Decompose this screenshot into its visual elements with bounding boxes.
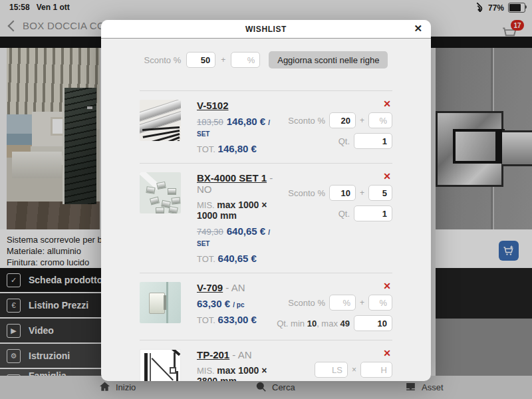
- product-code-line: BX-4000 SET 1 - NO: [197, 172, 274, 195]
- product-variant: - AN: [223, 282, 245, 293]
- quantity-label: Qt.: [338, 209, 350, 219]
- wishlist-row: V-5102183,50146,80 € / SETTOT. 146,80 €✕…: [140, 90, 392, 164]
- row-controls: ✕Sconto %+Qt. min 10, max 49: [274, 282, 392, 331]
- discount2-input[interactable]: [368, 185, 392, 201]
- product-code-link[interactable]: V-5102: [197, 100, 229, 111]
- product-code-line: TP-201 - AN: [197, 349, 274, 360]
- discount1-input[interactable]: [329, 185, 356, 201]
- mis-label: MIS.: [197, 366, 217, 376]
- product-thumbnail: [140, 349, 181, 381]
- global-discount-row: Sconto % + Aggiorna sconti nelle righe: [140, 51, 392, 68]
- row-discount-label: Sconto %: [288, 116, 325, 126]
- plus-separator: +: [360, 298, 364, 307]
- row-controls: ✕×Sconto %+Qt.: [274, 349, 392, 381]
- discount2-input[interactable]: [368, 112, 392, 128]
- product-code-link[interactable]: V-709: [197, 282, 223, 293]
- product-code-link[interactable]: TP-201: [197, 349, 229, 360]
- delete-item-icon[interactable]: ✕: [383, 172, 391, 180]
- price: 63,30 €: [197, 298, 233, 309]
- product-total-line: TOT. 640,65 €: [197, 253, 274, 264]
- wishlist-modal: WISHLIST ✕ Sconto % + Aggiorna sconti ne…: [101, 20, 431, 381]
- row-discount-label: Sconto %: [288, 298, 325, 308]
- times-separator: ×: [352, 365, 356, 374]
- total-label: TOT.: [197, 315, 218, 325]
- global-discount-label: Sconto %: [144, 55, 182, 65]
- update-discounts-button[interactable]: Aggiorna sconti nelle righe: [269, 51, 388, 68]
- product-price-line: 183,50146,80 € / SET: [197, 116, 274, 138]
- product-thumbnail: [140, 100, 181, 141]
- delete-item-icon[interactable]: ✕: [383, 100, 391, 108]
- discount1-input[interactable]: [329, 295, 356, 311]
- app-screen: 15:58 Ven 1 ott 77% BOX DOCCIA CON SISTE…: [0, 0, 532, 399]
- quantity-controls: Qt.: [338, 133, 392, 149]
- old-price: 183,50: [197, 117, 223, 127]
- delete-item-icon[interactable]: ✕: [383, 282, 391, 290]
- price: 146,80 €: [227, 116, 269, 127]
- global-discount-input[interactable]: [186, 52, 215, 68]
- plus-separator: +: [221, 55, 225, 65]
- plus-separator: +: [360, 116, 364, 125]
- row-controls: ✕Sconto %+Qt.: [274, 172, 392, 264]
- product-total-line: TOT. 633,00 €: [197, 314, 274, 325]
- plus-separator: +: [360, 188, 364, 198]
- product-info: TP-201 - ANMIS. max 1000 × 2800 mm740,00…: [181, 349, 274, 381]
- discount-controls: Sconto %+: [288, 112, 392, 128]
- quantity-controls: Qt.: [338, 205, 392, 221]
- product-total-line: TOT. 146,80 €: [197, 143, 274, 154]
- product-thumbnail: [140, 172, 181, 213]
- product-price-line: 749,30640,65 € / SET: [197, 225, 274, 248]
- discount-controls: Sconto %+: [288, 185, 392, 201]
- modal-title: WISHLIST: [245, 25, 287, 34]
- product-variant: - AN: [229, 349, 251, 360]
- total-label: TOT.: [197, 254, 218, 264]
- discount-controls: Sconto %+: [288, 295, 392, 311]
- product-info: V-5102183,50146,80 € / SETTOT. 146,80 €: [181, 100, 274, 154]
- quantity-input[interactable]: [354, 205, 392, 221]
- mis-label: MIS.: [197, 200, 217, 210]
- price-unit: / pc: [233, 301, 244, 309]
- total-label: TOT.: [197, 144, 218, 154]
- product-price-line: 63,30 € / pc: [197, 298, 274, 309]
- product-code-line: V-5102: [197, 100, 274, 111]
- delete-item-icon[interactable]: ✕: [383, 349, 391, 357]
- quantity-input[interactable]: [354, 315, 392, 331]
- discount2-input[interactable]: [368, 295, 392, 311]
- close-icon[interactable]: ✕: [414, 22, 422, 35]
- total-value: 633,00 €: [218, 314, 257, 325]
- modal-body: Sconto % + Aggiorna sconti nelle righe V…: [101, 39, 431, 381]
- quantity-input[interactable]: [354, 133, 392, 149]
- width-ls-input[interactable]: [315, 362, 348, 378]
- product-dimensions-line: MIS. max 1000 × 2800 mm: [197, 365, 274, 381]
- height-h-input[interactable]: [360, 362, 392, 378]
- total-value: 146,80 €: [218, 143, 257, 154]
- product-code-link[interactable]: BX-4000 SET 1: [197, 172, 267, 184]
- product-thumbnail: [140, 282, 181, 323]
- row-discount-label: Sconto %: [288, 188, 325, 198]
- dimensions-controls: ×: [315, 362, 392, 378]
- quantity-note: Qt. min 10, max 49: [277, 319, 350, 329]
- product-code-line: V-709 - AN: [197, 282, 274, 293]
- quantity-controls: Qt. min 10, max 49: [277, 315, 392, 331]
- wishlist-rows: V-5102183,50146,80 € / SETTOT. 146,80 €✕…: [140, 90, 392, 381]
- price: 640,65 €: [227, 225, 269, 237]
- row-controls: ✕Sconto %+Qt.: [274, 100, 392, 154]
- wishlist-row: TP-201 - ANMIS. max 1000 × 2800 mm740,00…: [140, 340, 392, 381]
- quantity-label: Qt.: [338, 136, 350, 146]
- old-price: 749,30: [197, 227, 223, 237]
- discount1-input[interactable]: [329, 112, 356, 128]
- wishlist-row: BX-4000 SET 1 - NOMIS. max 1000 × 1000 m…: [140, 164, 392, 273]
- modal-header: WISHLIST ✕: [101, 20, 431, 39]
- product-info: BX-4000 SET 1 - NOMIS. max 1000 × 1000 m…: [181, 172, 274, 264]
- product-dimensions-line: MIS. max 1000 × 1000 mm: [197, 200, 274, 221]
- total-value: 640,65 €: [218, 253, 257, 264]
- wishlist-row: V-709 - AN63,30 € / pcTOT. 633,00 €✕Scon…: [140, 273, 392, 340]
- global-discount2-input[interactable]: [231, 52, 260, 68]
- product-info: V-709 - AN63,30 € / pcTOT. 633,00 €: [181, 282, 274, 331]
